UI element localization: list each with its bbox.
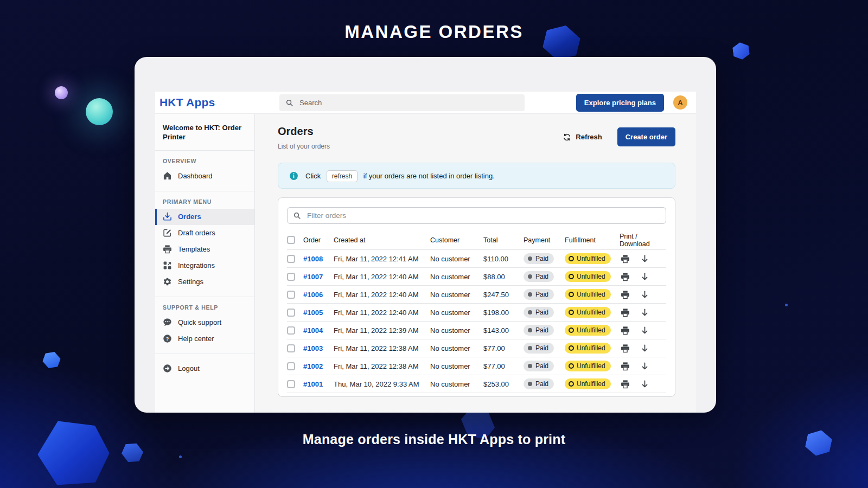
order-link[interactable]: #1003	[303, 344, 323, 352]
fulfillment-label: Unfulfilled	[577, 255, 605, 262]
filter-orders-box[interactable]	[287, 207, 666, 224]
sidebar-item-quick-support[interactable]: Quick support	[155, 314, 254, 331]
download-icon[interactable]	[640, 272, 649, 281]
search-input[interactable]	[298, 98, 519, 107]
orders-tray-icon	[163, 212, 172, 221]
print-icon[interactable]	[621, 380, 630, 389]
print-icon[interactable]	[621, 308, 630, 317]
refresh-button[interactable]: Refresh	[559, 132, 605, 142]
payment-badge: Paid	[524, 325, 554, 336]
fulfillment-label: Unfulfilled	[577, 380, 605, 388]
arrow-right-circle-icon	[163, 364, 172, 373]
row-checkbox[interactable]	[287, 255, 295, 263]
global-search[interactable]	[279, 94, 525, 111]
customer-cell: No customer	[430, 380, 483, 388]
row-checkbox[interactable]	[287, 291, 295, 299]
download-icon[interactable]	[640, 380, 649, 389]
fulfillment-label: Unfulfilled	[577, 291, 605, 298]
row-checkbox[interactable]	[287, 273, 295, 281]
order-link[interactable]: #1008	[303, 255, 323, 263]
row-checkbox[interactable]	[287, 326, 295, 335]
unfulfilled-ring-icon	[569, 363, 574, 369]
sidebar-item-orders[interactable]: Orders	[155, 209, 254, 225]
create-order-button[interactable]: Create order	[617, 127, 675, 146]
download-icon[interactable]	[640, 326, 649, 335]
fulfillment-label: Unfulfilled	[577, 344, 605, 352]
print-icon[interactable]	[621, 290, 630, 299]
total-cell: $88.00	[483, 273, 524, 281]
refresh-label: Refresh	[576, 133, 602, 141]
row-checkbox[interactable]	[287, 362, 295, 370]
sidebar-item-integrations[interactable]: Integrations	[155, 258, 254, 274]
total-cell: $143.00	[483, 326, 524, 335]
download-icon[interactable]	[640, 344, 649, 353]
order-link[interactable]: #1007	[303, 273, 323, 281]
order-link[interactable]: #1006	[303, 291, 323, 299]
download-icon[interactable]	[640, 362, 649, 371]
sidebar-item-help-center[interactable]: ? Help center	[155, 331, 254, 347]
home-icon	[163, 171, 172, 181]
refresh-kbd[interactable]: refresh	[327, 170, 358, 182]
order-link[interactable]: #1002	[303, 362, 323, 370]
filter-orders-input[interactable]	[306, 211, 660, 220]
row-checkbox[interactable]	[287, 380, 295, 388]
total-cell: $198.00	[483, 309, 524, 317]
banner-text: Click refresh if your orders are not lis…	[305, 172, 495, 180]
sidebar-item-settings[interactable]: Settings	[155, 274, 254, 290]
brand-logo[interactable]: HKT Apps	[159, 96, 215, 109]
sidebar-item-label: Draft orders	[178, 229, 215, 237]
created-at-cell: Fri, Mar 11, 2022 12:40 AM	[334, 273, 430, 281]
sidebar-item-label: Dashboard	[178, 172, 213, 180]
customer-cell: No customer	[430, 344, 483, 352]
payment-badge: Paid	[524, 289, 554, 300]
payment-badge: Paid	[524, 343, 554, 354]
row-checkbox[interactable]	[287, 344, 295, 352]
col-customer: Customer	[430, 236, 483, 244]
print-icon[interactable]	[621, 362, 630, 371]
sidebar-item-label: Logout	[178, 364, 200, 373]
order-link[interactable]: #1001	[303, 380, 323, 388]
fulfillment-badge: Unfulfilled	[565, 289, 611, 300]
search-icon	[285, 99, 293, 107]
orders-table: Order Created at Customer Total Payment …	[287, 230, 666, 393]
order-link[interactable]: #1005	[303, 309, 323, 317]
sidebar-item-templates[interactable]: Templates	[155, 241, 254, 258]
download-icon[interactable]	[640, 290, 649, 299]
sidebar-divider	[155, 191, 254, 191]
row-checkbox[interactable]	[287, 309, 295, 317]
print-icon[interactable]	[621, 344, 630, 353]
sidebar-divider	[155, 354, 254, 354]
order-link[interactable]: #1004	[303, 326, 323, 335]
download-icon[interactable]	[640, 308, 649, 317]
download-icon[interactable]	[640, 254, 649, 264]
unfulfilled-ring-icon	[569, 256, 574, 261]
fulfillment-badge: Unfulfilled	[565, 325, 611, 336]
created-at-cell: Fri, Mar 11, 2022 12:38 AM	[334, 344, 430, 352]
payment-label: Paid	[535, 309, 548, 316]
sidebar-section-support-help: SUPPORT & HELP	[163, 304, 247, 311]
print-icon[interactable]	[621, 326, 630, 335]
main-header: Orders List of your orders Refresh Creat…	[278, 125, 675, 150]
explore-pricing-button[interactable]: Explore pricing plans	[576, 94, 664, 112]
paid-dot-icon	[528, 328, 532, 332]
select-all-checkbox[interactable]	[287, 236, 295, 244]
unfulfilled-ring-icon	[569, 292, 574, 297]
paid-dot-icon	[528, 292, 532, 297]
sidebar-item-label: Templates	[178, 245, 210, 253]
paid-dot-icon	[528, 364, 532, 368]
paid-dot-icon	[528, 382, 532, 386]
paid-dot-icon	[528, 274, 532, 279]
sidebar-item-logout[interactable]: Logout	[155, 361, 254, 377]
sidebar-item-label: Integrations	[178, 261, 215, 269]
sidebar-item-dashboard[interactable]: Dashboard	[155, 168, 254, 184]
print-icon[interactable]	[621, 254, 630, 264]
sidebar-item-draft-orders[interactable]: Draft orders	[155, 225, 254, 241]
print-icon[interactable]	[621, 272, 630, 281]
avatar[interactable]: A	[673, 95, 687, 110]
table-body: #1008 Fri, Mar 11, 2022 12:41 AM No cust…	[287, 250, 666, 393]
gear-icon	[163, 277, 172, 286]
created-at-cell: Fri, Mar 11, 2022 12:40 AM	[334, 309, 430, 317]
paid-dot-icon	[528, 256, 532, 261]
table-row: #1008 Fri, Mar 11, 2022 12:41 AM No cust…	[287, 250, 666, 268]
fulfillment-label: Unfulfilled	[577, 273, 605, 280]
